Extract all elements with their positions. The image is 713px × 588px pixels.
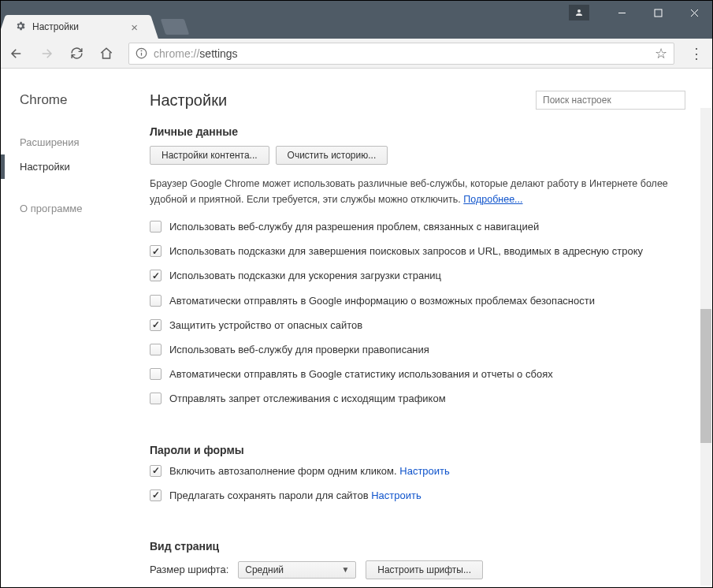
checkbox[interactable] xyxy=(150,270,162,281)
option-safe-browsing: Защитить устройство от опасных сайтов xyxy=(150,318,685,333)
font-size-row: Размер шрифта: Средний ▼ Настроить шрифт… xyxy=(150,560,685,579)
checkbox[interactable] xyxy=(150,489,162,501)
tab-strip: Настройки × xyxy=(1,1,187,39)
font-size-label: Размер шрифта: xyxy=(150,564,228,575)
profile-button[interactable] xyxy=(569,5,589,20)
font-size-select[interactable]: Средний ▼ xyxy=(238,561,356,579)
checkbox[interactable] xyxy=(150,245,162,257)
scrollbar-thumb[interactable] xyxy=(700,309,711,443)
section-passwords-title: Пароли и формы xyxy=(150,444,685,456)
forward-button[interactable] xyxy=(39,46,54,61)
checkbox[interactable] xyxy=(150,465,162,477)
clear-history-button[interactable]: Очистить историю... xyxy=(276,146,388,165)
close-tab-icon[interactable]: × xyxy=(131,20,138,34)
option-spellcheck-service: Использовать веб-службу для проверки пра… xyxy=(150,343,685,357)
new-tab-button[interactable] xyxy=(161,19,189,35)
section-appearance-title: Вид страниц xyxy=(150,540,685,553)
home-button[interactable] xyxy=(98,46,114,61)
tab-title: Настройки xyxy=(32,21,123,32)
checkbox[interactable] xyxy=(150,319,162,331)
option-do-not-track: Отправлять запрет отслеживания с исходящ… xyxy=(150,392,685,406)
bookmark-icon[interactable]: ☆ xyxy=(655,45,667,62)
option-autofill: Включить автозаполнение форм одним клико… xyxy=(150,464,685,478)
reload-button[interactable] xyxy=(69,46,84,61)
option-save-passwords: Предлагать сохранять пароли для сайтов Н… xyxy=(150,489,685,503)
customize-fonts-button[interactable]: Настроить шрифты... xyxy=(366,560,483,579)
browser-window: Настройки × chrome://settings ☆ ⋮ Chrome xyxy=(0,0,713,588)
page-title: Настройки xyxy=(150,91,227,110)
close-window-button[interactable] xyxy=(676,1,712,24)
tab-settings[interactable]: Настройки × xyxy=(7,15,149,39)
learn-more-link[interactable]: Подробнее... xyxy=(463,194,522,205)
option-prefetch: Использовать подсказки для ускорения заг… xyxy=(150,269,685,283)
checkbox[interactable] xyxy=(150,393,162,404)
option-security-reports: Автоматически отправлять в Google информ… xyxy=(150,294,685,308)
gear-icon xyxy=(15,20,26,34)
minimize-button[interactable] xyxy=(603,1,640,24)
content-area: Chrome Расширения Настройки О программе … xyxy=(1,69,712,587)
toolbar: chrome://settings ☆ ⋮ xyxy=(1,39,712,69)
caret-down-icon: ▼ xyxy=(341,565,349,574)
svg-point-6 xyxy=(141,50,142,51)
url-path: settings xyxy=(199,47,237,60)
content-settings-button[interactable]: Настройки контента... xyxy=(150,146,269,165)
svg-rect-1 xyxy=(655,9,662,17)
checkbox[interactable] xyxy=(150,344,162,355)
url-scheme: chrome:// xyxy=(154,47,199,60)
page-header: Настройки xyxy=(150,91,685,110)
titlebar: Настройки × xyxy=(1,1,712,39)
main-panel: Настройки Личные данные Настройки контен… xyxy=(123,69,712,587)
window-controls xyxy=(569,1,712,24)
sidebar-item-settings[interactable]: Настройки xyxy=(20,154,123,179)
option-usage-stats: Автоматически отправлять в Google статис… xyxy=(150,367,685,381)
sidebar: Chrome Расширения Настройки О программе xyxy=(1,69,123,587)
checkbox[interactable] xyxy=(150,221,162,233)
address-bar[interactable]: chrome://settings ☆ xyxy=(128,43,674,65)
search-input[interactable] xyxy=(536,91,685,110)
checkbox[interactable] xyxy=(150,368,162,380)
sidebar-item-extensions[interactable]: Расширения xyxy=(20,130,123,154)
option-search-suggest: Использовать подсказки для завершения по… xyxy=(150,244,685,259)
site-info-icon[interactable] xyxy=(136,47,147,59)
menu-button[interactable]: ⋮ xyxy=(689,45,704,62)
autofill-configure-link[interactable]: Настроить xyxy=(399,465,450,477)
passwords-configure-link[interactable]: Настроить xyxy=(371,489,421,501)
privacy-description: Браузер Google Chrome может использовать… xyxy=(150,176,685,207)
option-navigation-errors: Использовать веб-службу для разрешения п… xyxy=(150,220,685,234)
back-button[interactable] xyxy=(9,46,24,61)
brand-label: Chrome xyxy=(20,92,123,108)
sidebar-item-about[interactable]: О программе xyxy=(20,196,123,221)
checkbox[interactable] xyxy=(150,295,162,307)
section-privacy-title: Личные данные xyxy=(150,125,685,138)
maximize-button[interactable] xyxy=(640,1,676,24)
